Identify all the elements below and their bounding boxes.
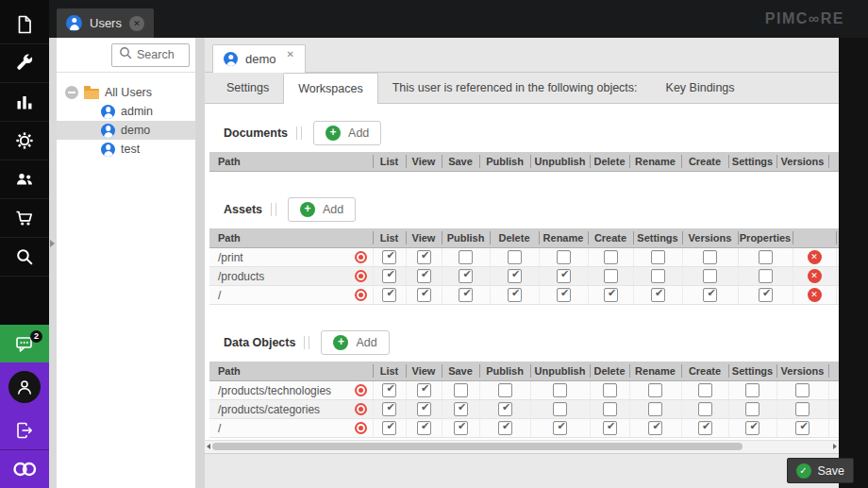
- column-header-delete[interactable]: Delete: [590, 362, 629, 381]
- versions-checkbox[interactable]: [703, 269, 717, 283]
- publish-checkbox[interactable]: [459, 250, 473, 264]
- settings-checkbox[interactable]: [651, 288, 665, 302]
- add-assets-button[interactable]: +Add: [288, 197, 356, 222]
- column-header-delete[interactable]: Delete: [490, 228, 539, 248]
- delete-checkbox[interactable]: [603, 383, 617, 397]
- remove-row-icon[interactable]: ✕: [808, 269, 822, 283]
- search-field[interactable]: [111, 43, 190, 67]
- column-header-versions[interactable]: Versions: [682, 228, 738, 248]
- column-header-list[interactable]: List: [373, 362, 406, 381]
- column-header-path[interactable]: Path: [209, 228, 373, 248]
- remove-row-icon[interactable]: ✕: [808, 250, 822, 264]
- column-header-settings[interactable]: Settings: [728, 362, 776, 381]
- column-header-publish[interactable]: Publish: [442, 228, 490, 248]
- sidebar-item-gear[interactable]: [0, 122, 49, 160]
- sidebar-item-search[interactable]: [0, 238, 49, 277]
- delete-checkbox[interactable]: [603, 402, 617, 416]
- column-header-create[interactable]: Create: [588, 228, 633, 248]
- tab-key-bindings[interactable]: Key Bindings: [652, 74, 749, 103]
- column-header-unpublish[interactable]: Unpublish: [530, 362, 590, 381]
- column-header-rename[interactable]: Rename: [539, 228, 588, 248]
- sidebar-item-cart[interactable]: [0, 199, 49, 238]
- view-checkbox[interactable]: [417, 421, 431, 435]
- column-header-view[interactable]: View: [406, 228, 442, 248]
- rename-checkbox[interactable]: [557, 250, 571, 264]
- delete-checkbox[interactable]: [508, 288, 522, 302]
- create-checkbox[interactable]: [698, 383, 712, 397]
- delete-checkbox[interactable]: [508, 269, 522, 283]
- tab-demo[interactable]: demo ✕: [212, 44, 306, 73]
- column-header-path[interactable]: Path: [209, 362, 373, 381]
- unpublish-checkbox[interactable]: [553, 383, 567, 397]
- close-icon[interactable]: ✕: [287, 49, 294, 59]
- column-header-rename[interactable]: Rename: [629, 362, 681, 381]
- tree-item-test[interactable]: test: [57, 140, 195, 159]
- view-checkbox[interactable]: [417, 250, 431, 264]
- view-checkbox[interactable]: [417, 269, 431, 283]
- delete-checkbox[interactable]: [603, 421, 617, 435]
- column-header-create[interactable]: Create: [681, 362, 728, 381]
- create-checkbox[interactable]: [604, 288, 618, 302]
- tree-item-demo[interactable]: demo: [57, 121, 195, 140]
- list-checkbox[interactable]: [382, 288, 396, 302]
- create-checkbox[interactable]: [604, 250, 618, 264]
- settings-checkbox[interactable]: [651, 250, 665, 264]
- column-header-properties[interactable]: Properties: [738, 228, 793, 248]
- rename-checkbox[interactable]: [648, 383, 662, 397]
- versions-checkbox[interactable]: [795, 383, 810, 397]
- search-input[interactable]: [137, 48, 182, 61]
- sidebar-item-profile[interactable]: [0, 362, 49, 412]
- versions-checkbox[interactable]: [795, 402, 810, 416]
- publish-checkbox[interactable]: [459, 288, 473, 302]
- tab-workspaces[interactable]: Workspaces: [283, 73, 378, 104]
- sidebar-item-bar-chart[interactable]: [0, 83, 49, 122]
- sidebar-item-wrench[interactable]: [0, 44, 49, 83]
- column-header-publish[interactable]: Publish: [479, 362, 530, 381]
- settings-checkbox[interactable]: [745, 421, 760, 435]
- tree-item-admin[interactable]: admin: [57, 102, 195, 121]
- locate-target-icon[interactable]: [355, 403, 367, 415]
- versions-checkbox[interactable]: [703, 250, 717, 264]
- column-header-list[interactable]: List: [373, 152, 406, 172]
- add-documents-button[interactable]: +Add: [313, 121, 381, 145]
- close-icon[interactable]: ✕: [129, 16, 144, 31]
- sidebar-item-logout[interactable]: [0, 412, 49, 449]
- rename-checkbox[interactable]: [648, 421, 662, 435]
- sidebar-collapse-handle[interactable]: [49, 38, 57, 488]
- settings-checkbox[interactable]: [745, 402, 760, 416]
- delete-checkbox[interactable]: [508, 250, 522, 264]
- rename-checkbox[interactable]: [557, 288, 571, 302]
- column-header-path[interactable]: Path: [209, 152, 373, 172]
- save-checkbox[interactable]: [454, 402, 468, 416]
- save-checkbox[interactable]: [454, 421, 468, 435]
- column-header-settings[interactable]: Settings: [633, 228, 682, 248]
- versions-checkbox[interactable]: [703, 288, 717, 302]
- locate-target-icon[interactable]: [355, 289, 367, 301]
- scrollbar-thumb[interactable]: [212, 443, 743, 450]
- column-header-versions[interactable]: Versions: [776, 362, 828, 381]
- locate-target-icon[interactable]: [355, 384, 367, 396]
- column-header-save[interactable]: Save: [442, 152, 479, 172]
- publish-checkbox[interactable]: [459, 269, 473, 283]
- remove-row-icon[interactable]: ✕: [808, 288, 822, 302]
- list-checkbox[interactable]: [382, 402, 396, 416]
- view-checkbox[interactable]: [417, 402, 431, 416]
- column-header-delete[interactable]: Delete: [590, 152, 629, 172]
- tree-root-all-users[interactable]: All Users: [57, 83, 195, 102]
- properties-checkbox[interactable]: [759, 250, 773, 264]
- create-checkbox[interactable]: [698, 421, 712, 435]
- unpublish-checkbox[interactable]: [553, 402, 567, 416]
- column-header-unpublish[interactable]: Unpublish: [530, 152, 590, 172]
- panel-splitter[interactable]: [195, 38, 205, 488]
- sidebar-item-pimcore[interactable]: [0, 449, 49, 488]
- collapse-icon[interactable]: [65, 86, 78, 99]
- locate-target-icon[interactable]: [355, 251, 367, 263]
- locate-target-icon[interactable]: [355, 422, 367, 434]
- column-header-save[interactable]: Save: [442, 362, 479, 381]
- scroll-right-icon[interactable]: [833, 444, 837, 449]
- column-header-settings[interactable]: Settings: [728, 152, 776, 172]
- column-header-view[interactable]: View: [406, 362, 442, 381]
- rename-checkbox[interactable]: [648, 402, 662, 416]
- save-checkbox[interactable]: [454, 383, 468, 397]
- list-checkbox[interactable]: [382, 383, 396, 397]
